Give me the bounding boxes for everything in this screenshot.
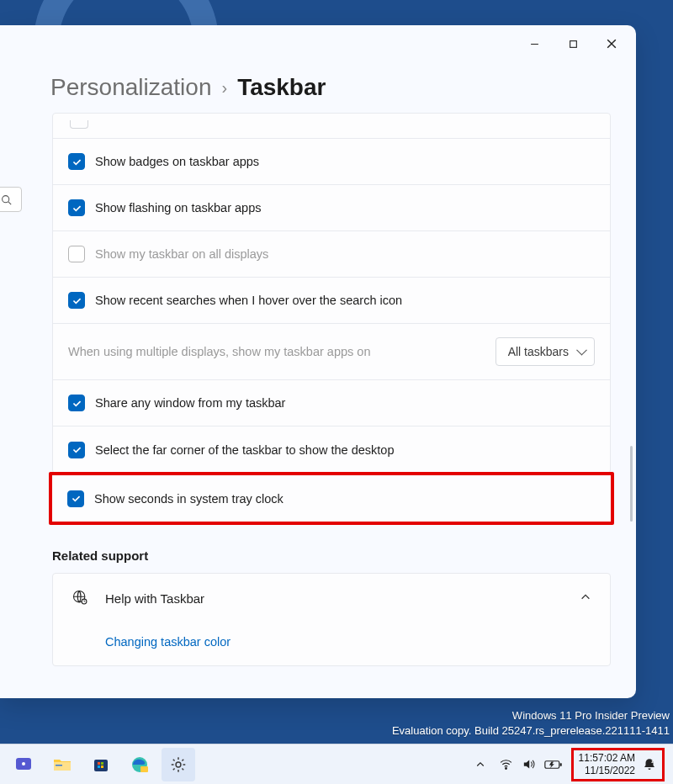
notification-icon[interactable]: z — [642, 757, 657, 772]
tray-overflow-button[interactable] — [475, 760, 485, 770]
taskbar-apps — [3, 748, 195, 781]
svg-rect-16 — [101, 765, 103, 768]
settings-window: Personalization › Taskbar Show badges on… — [0, 25, 636, 698]
highlighted-setting: Show seconds in system tray clock — [49, 472, 614, 525]
checkbox-seconds[interactable] — [67, 490, 84, 507]
svg-line-5 — [8, 201, 10, 204]
chevron-right-icon: › — [221, 78, 227, 98]
clock-time: 11:57:02 AM — [579, 752, 635, 765]
setting-row-all-displays: Show my taskbar on all displays — [53, 231, 610, 278]
svg-rect-1 — [570, 40, 576, 47]
checkbox-recent-search[interactable] — [68, 292, 85, 309]
watermark: Windows 11 Pro Insider Preview Evaluatio… — [392, 708, 670, 739]
watermark-line1: Windows 11 Pro Insider Preview — [392, 708, 670, 723]
battery-icon[interactable] — [544, 759, 563, 771]
setting-row-share-window[interactable]: Share any window from my taskbar — [53, 380, 610, 426]
setting-row-flashing[interactable]: Show flashing on taskbar apps — [53, 185, 610, 231]
setting-row-badges[interactable]: Show badges on taskbar apps — [53, 139, 610, 185]
edge-icon[interactable] — [123, 748, 156, 781]
chat-app-icon[interactable] — [7, 748, 40, 781]
setting-label: Show badges on taskbar apps — [95, 155, 259, 168]
setting-label: Share any window from my taskbar — [95, 396, 285, 410]
checkbox-flashing[interactable] — [68, 199, 85, 216]
taskbar: 11:57:02 AM 11/15/2022 z — [0, 744, 673, 784]
svg-rect-18 — [140, 766, 148, 772]
titlebar — [0, 25, 636, 62]
help-with-taskbar-row[interactable]: Help with Taskbar — [53, 574, 610, 623]
svg-text:z: z — [651, 758, 654, 763]
help-label: Help with Taskbar — [105, 591, 204, 606]
svg-rect-14 — [101, 762, 103, 765]
related-support-title: Related support — [52, 548, 611, 563]
setting-row-seconds[interactable]: Show seconds in system tray clock — [52, 475, 611, 522]
setting-label: When using multiple displays, show my ta… — [68, 345, 370, 358]
checkbox-share-window[interactable] — [68, 395, 85, 411]
setting-label: Show recent searches when I hover over t… — [95, 294, 402, 307]
checkbox-far-corner[interactable] — [68, 442, 85, 458]
changing-taskbar-color-link[interactable]: Changing taskbar color — [53, 623, 610, 665]
close-button[interactable] — [592, 30, 631, 57]
settings-list: Show badges on taskbar apps Show flashin… — [52, 113, 611, 474]
clock-date: 11/15/2022 — [579, 765, 635, 777]
multi-display-dropdown: All taskbars — [495, 337, 595, 366]
scrollbar-thumb[interactable] — [630, 446, 633, 522]
system-clock[interactable]: 11:57:02 AM 11/15/2022 — [579, 752, 635, 777]
checkbox-all-displays — [68, 246, 85, 262]
file-explorer-icon[interactable] — [45, 748, 79, 781]
breadcrumb: Personalization › Taskbar — [0, 62, 636, 113]
chevron-up-icon — [580, 591, 591, 606]
breadcrumb-current: Taskbar — [237, 74, 326, 101]
svg-rect-10 — [54, 762, 71, 771]
checkbox-badges[interactable] — [68, 153, 85, 170]
setting-label: Select the far corner of the taskbar to … — [95, 443, 394, 457]
setting-label: Show seconds in system tray clock — [94, 492, 284, 506]
svg-rect-22 — [559, 763, 561, 765]
svg-point-9 — [22, 762, 25, 765]
system-tray: 11:57:02 AM 11/15/2022 z — [475, 744, 670, 784]
svg-point-4 — [2, 195, 8, 202]
svg-point-19 — [176, 762, 181, 767]
maximize-button[interactable] — [554, 30, 592, 57]
setting-row-multi-display: When using multiple displays, show my ta… — [53, 324, 610, 380]
svg-rect-13 — [98, 762, 100, 765]
related-support-card: Help with Taskbar Changing taskbar color — [52, 573, 611, 666]
partial-row — [53, 114, 610, 139]
svg-rect-11 — [56, 765, 62, 766]
setting-row-far-corner[interactable]: Select the far corner of the taskbar to … — [53, 426, 610, 473]
setting-label: Show flashing on taskbar apps — [95, 201, 262, 215]
search-button[interactable] — [0, 187, 22, 212]
globe-icon — [72, 589, 88, 608]
volume-icon[interactable] — [522, 757, 536, 771]
watermark-line2: Evaluation copy. Build 25247.rs_prerelea… — [392, 723, 670, 739]
svg-rect-15 — [98, 765, 100, 768]
settings-app-icon[interactable] — [162, 748, 195, 781]
microsoft-store-icon[interactable] — [84, 748, 118, 781]
wifi-icon[interactable] — [499, 757, 513, 771]
search-icon — [1, 194, 12, 205]
setting-label: Show my taskbar on all displays — [95, 247, 268, 261]
setting-row-recent-search[interactable]: Show recent searches when I hover over t… — [53, 278, 610, 324]
breadcrumb-parent[interactable]: Personalization — [50, 74, 211, 101]
svg-point-20 — [505, 768, 506, 770]
minimize-button[interactable] — [515, 30, 554, 57]
clock-highlight: 11:57:02 AM 11/15/2022 z — [571, 748, 665, 781]
